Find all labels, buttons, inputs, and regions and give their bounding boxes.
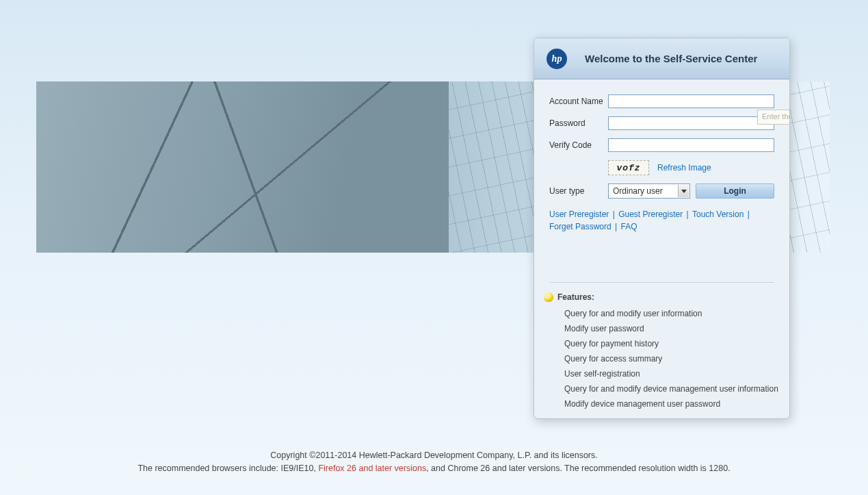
usertype-select[interactable]: Ordinary user <box>608 183 690 199</box>
faq-link[interactable]: FAQ <box>621 222 637 231</box>
account-label: Account Name <box>549 97 608 106</box>
firefox-highlight: Firefox 26 and later versions <box>318 464 426 473</box>
login-panel: hp Welcome to the Self-Service Center Ac… <box>534 38 790 419</box>
list-item: Query for and modify device management u… <box>564 384 780 394</box>
verify-label: Verify Code <box>549 140 608 150</box>
refresh-captcha-link[interactable]: Refresh Image <box>657 163 711 173</box>
usertype-row: User type Ordinary user Login <box>549 183 774 199</box>
hp-logo-icon: hp <box>547 49 567 69</box>
touch-version-link[interactable]: Touch Version <box>692 210 744 219</box>
usertype-selected-value: Ordinary user <box>613 186 663 196</box>
captcha-image: vofz <box>608 160 649 175</box>
chevron-down-icon <box>678 185 689 197</box>
account-row: Account Name <box>549 94 774 108</box>
footer: Copyright ©2011-2014 Hewlett-Packard Dev… <box>0 449 868 475</box>
account-input[interactable] <box>608 94 774 108</box>
usertype-label: User type <box>549 186 608 196</box>
login-button[interactable]: Login <box>696 183 774 199</box>
guest-preregister-link[interactable]: Guest Preregister <box>618 210 683 219</box>
features-title: Features: <box>557 292 594 302</box>
password-row: Password <box>549 116 774 130</box>
panel-title: Welcome to the Self-Service Center <box>585 53 757 64</box>
feature-list: Query for and modify user information Mo… <box>544 309 780 409</box>
password-label: Password <box>549 118 608 128</box>
panel-header: hp Welcome to the Self-Service Center <box>534 38 789 79</box>
captcha-row: vofz Refresh Image <box>608 160 774 175</box>
aux-links: User Preregister | Guest Preregister | T… <box>549 208 774 233</box>
list-item: Query for and modify user information <box>564 309 780 318</box>
copyright-line: Copyright ©2011-2014 Hewlett-Packard Dev… <box>0 449 868 462</box>
login-form: Account Name Password Enter the account … <box>534 79 789 283</box>
list-item: User self-registration <box>564 369 780 379</box>
browser-reco-line: The recommended browsers include: IE9/IE… <box>0 462 868 475</box>
lightbulb-icon <box>544 292 553 302</box>
list-item: Modify user password <box>564 324 780 333</box>
divider <box>549 282 774 283</box>
features-section: Features: Query for and modify user info… <box>534 292 789 419</box>
list-item: Query for payment history <box>564 339 780 348</box>
user-preregister-link[interactable]: User Preregister <box>549 210 609 219</box>
verify-row: Verify Code <box>549 138 774 152</box>
password-input[interactable] <box>608 116 774 130</box>
features-header: Features: <box>544 292 780 302</box>
list-item: Modify device management user password <box>564 399 780 409</box>
list-item: Query for access summary <box>564 354 780 364</box>
verify-input[interactable] <box>608 138 774 152</box>
forget-password-link[interactable]: Forget Password <box>549 222 611 231</box>
